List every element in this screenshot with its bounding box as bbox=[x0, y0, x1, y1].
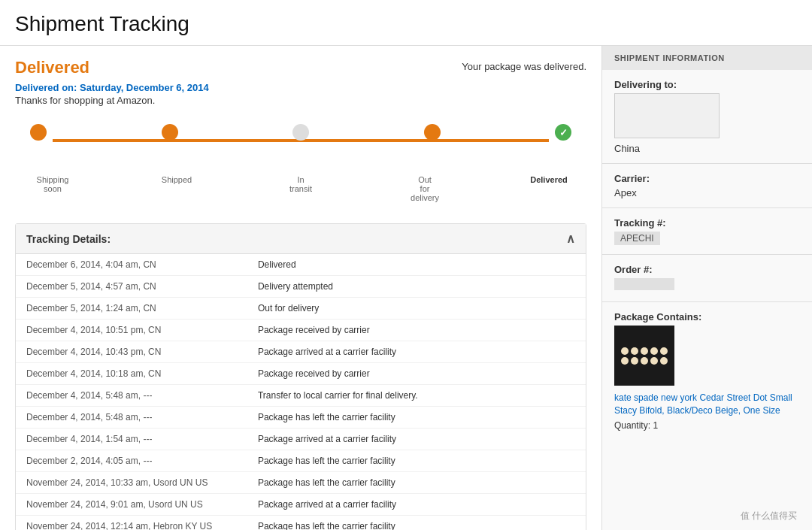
page-container: Shipment Tracking Delivered Delivered on… bbox=[0, 0, 812, 530]
table-row: November 24, 2014, 12:14 am, Hebron KY U… bbox=[16, 516, 586, 531]
tracking-details-header[interactable]: Tracking Details: ∧ bbox=[16, 224, 586, 254]
dot9 bbox=[650, 357, 658, 365]
table-row: December 4, 2014, 10:18 am, CN Package r… bbox=[16, 363, 586, 385]
dot10 bbox=[660, 357, 668, 365]
delivered-on-prefix: Delivered on: bbox=[15, 82, 77, 93]
delivered-date-line: Delivered on: Saturday, December 6, 2014 bbox=[15, 82, 209, 93]
table-row: December 4, 2014, 5:48 am, --- Package h… bbox=[16, 407, 586, 429]
dot7 bbox=[631, 357, 638, 365]
table-row: December 4, 2014, 5:48 am, --- Transfer … bbox=[16, 385, 586, 407]
progress-labels: Shippingsoon Shipped Intransit Outfordel… bbox=[30, 175, 571, 202]
tracking-num-label: Tracking #: bbox=[614, 217, 800, 229]
progress-label-shipping: Shippingsoon bbox=[30, 175, 75, 202]
progress-dots bbox=[30, 124, 571, 141]
collapse-icon[interactable]: ∧ bbox=[566, 232, 575, 246]
row-datetime: December 4, 2014, 1:54 am, --- bbox=[16, 429, 247, 450]
dot4 bbox=[650, 347, 658, 355]
right-panel: SHIPMENT INFORMATION Delivering to: Chin… bbox=[601, 46, 812, 530]
row-event: Package has left the carrier facility bbox=[247, 516, 586, 531]
product-link[interactable]: kate spade new york Cedar Street Dot Sma… bbox=[614, 392, 800, 417]
row-event: Out for delivery bbox=[247, 298, 586, 320]
package-delivered-message: Your package was delivered. bbox=[462, 61, 586, 72]
step-dot-out-for-delivery bbox=[424, 124, 441, 141]
carrier-label: Carrier: bbox=[614, 173, 800, 184]
row-event: Transfer to local carrier for final deli… bbox=[247, 385, 586, 407]
row-event: Package received by carrier bbox=[247, 320, 586, 341]
dot3 bbox=[641, 347, 648, 355]
dot5 bbox=[660, 347, 668, 355]
order-num-section: Order #: bbox=[602, 255, 812, 302]
progress-label-shipped: Shipped bbox=[154, 175, 199, 202]
product-image-dots bbox=[615, 341, 674, 371]
delivering-to-country: China bbox=[614, 143, 800, 154]
dot6 bbox=[621, 357, 629, 365]
order-num-value bbox=[614, 278, 674, 290]
shipment-info-header: SHIPMENT INFORMATION bbox=[602, 46, 812, 70]
status-header: Delivered Delivered on: Saturday, Decemb… bbox=[15, 58, 586, 106]
row-event: Package received by carrier bbox=[247, 363, 586, 385]
step-dot-delivered bbox=[555, 124, 571, 141]
table-row: December 4, 2014, 1:54 am, --- Package a… bbox=[16, 429, 586, 450]
table-row: December 6, 2014, 4:04 am, CN Delivered bbox=[16, 254, 586, 276]
row-datetime: December 4, 2014, 10:18 am, CN bbox=[16, 363, 247, 385]
table-row: November 24, 2014, 9:01 am, Usord UN US … bbox=[16, 494, 586, 516]
page-title: Shipment Tracking bbox=[0, 0, 812, 46]
carrier-value: Apex bbox=[614, 187, 800, 198]
table-row: December 4, 2014, 10:51 pm, CN Package r… bbox=[16, 320, 586, 341]
thanks-text: Thanks for shopping at Amazon. bbox=[15, 95, 209, 106]
step-dot-shipping bbox=[30, 124, 47, 141]
dot1 bbox=[621, 347, 629, 355]
row-datetime: December 5, 2014, 4:57 am, CN bbox=[16, 276, 247, 298]
delivering-to-section: Delivering to: China bbox=[602, 70, 812, 164]
dot2 bbox=[631, 347, 638, 355]
row-event: Delivery attempted bbox=[247, 276, 586, 298]
progress-label-delivered: Delivered bbox=[526, 175, 571, 202]
row-datetime: December 6, 2014, 4:04 am, CN bbox=[16, 254, 247, 276]
quantity-value: 1 bbox=[653, 420, 658, 431]
row-event: Package arrived at a carrier facility bbox=[247, 341, 586, 363]
product-image bbox=[614, 326, 674, 386]
package-contains-label: Package Contains: bbox=[614, 311, 800, 323]
delivered-date: Saturday, December 6, 2014 bbox=[80, 82, 209, 93]
tracking-details-title: Tracking Details: bbox=[26, 233, 111, 245]
main-layout: Delivered Delivered on: Saturday, Decemb… bbox=[0, 46, 812, 530]
row-event: Package arrived at a carrier facility bbox=[247, 494, 586, 516]
watermark-text: 值 什么值得买 bbox=[741, 510, 797, 522]
step-dot-shipped bbox=[162, 124, 178, 141]
table-row: December 5, 2014, 4:57 am, CN Delivery a… bbox=[16, 276, 586, 298]
row-datetime: December 4, 2014, 10:43 pm, CN bbox=[16, 341, 247, 363]
package-contains-section: Package Contains: kate bbox=[602, 302, 812, 440]
row-datetime: December 4, 2014, 5:48 am, --- bbox=[16, 407, 247, 429]
row-event: Package arrived at a carrier facility bbox=[247, 429, 586, 450]
address-box bbox=[614, 93, 720, 138]
row-event: Package has left the carrier facility bbox=[247, 407, 586, 429]
row-datetime: December 4, 2014, 10:51 pm, CN bbox=[16, 320, 247, 341]
tracking-num-value: APECHI bbox=[614, 232, 660, 245]
quantity-text: Quantity: 1 bbox=[614, 420, 800, 431]
progress-label-out: Outfordelivery bbox=[402, 175, 447, 202]
tracking-details-section: Tracking Details: ∧ December 6, 2014, 4:… bbox=[15, 223, 586, 530]
row-event: Package has left the carrier facility bbox=[247, 472, 586, 494]
quantity-label: Quantity: bbox=[614, 420, 650, 431]
row-datetime: November 24, 2014, 10:33 am, Usord UN US bbox=[16, 472, 247, 494]
progress-label-in-transit: Intransit bbox=[278, 175, 323, 202]
step-dot-in-transit bbox=[292, 124, 309, 141]
table-row: December 5, 2014, 1:24 am, CN Out for de… bbox=[16, 298, 586, 320]
table-row: December 4, 2014, 10:43 pm, CN Package a… bbox=[16, 341, 586, 363]
status-section: Delivered Delivered on: Saturday, Decemb… bbox=[15, 58, 586, 106]
dot8 bbox=[641, 357, 648, 365]
row-event: Package has left the carrier facility bbox=[247, 450, 586, 472]
left-panel: Delivered Delivered on: Saturday, Decemb… bbox=[0, 46, 601, 530]
row-datetime: December 2, 2014, 4:05 am, --- bbox=[16, 450, 247, 472]
tracking-num-section: Tracking #: APECHI bbox=[602, 208, 812, 255]
table-row: December 2, 2014, 4:05 am, --- Package h… bbox=[16, 450, 586, 472]
watermark: 值 什么值得买 bbox=[741, 510, 797, 522]
row-datetime: November 24, 2014, 12:14 am, Hebron KY U… bbox=[16, 516, 247, 531]
delivering-to-label: Delivering to: bbox=[614, 79, 800, 90]
order-num-label: Order #: bbox=[614, 264, 800, 275]
tracking-table: December 6, 2014, 4:04 am, CN Delivered … bbox=[16, 254, 586, 530]
table-row: November 24, 2014, 10:33 am, Usord UN US… bbox=[16, 472, 586, 494]
status-label: Delivered bbox=[15, 58, 209, 77]
row-datetime: December 4, 2014, 5:48 am, --- bbox=[16, 385, 247, 407]
row-event: Delivered bbox=[247, 254, 586, 276]
